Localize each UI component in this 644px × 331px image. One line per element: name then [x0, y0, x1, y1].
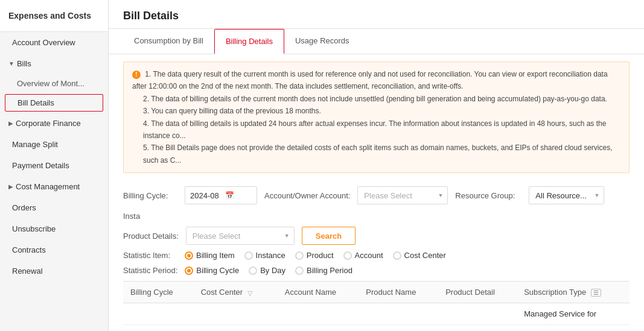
sidebar-item-contracts[interactable]: Contracts: [0, 239, 108, 260]
calendar-icon: 📅: [225, 191, 234, 200]
info-icon: !: [132, 71, 141, 79]
sidebar-item-overview-of-mont[interactable]: Overview of Mont...: [0, 74, 108, 93]
filter-row-1: Billing Cycle: 2024-08 📅 Account/Owner A…: [123, 186, 630, 221]
statistic-period-radio-group: Billing Cycle By Day Billing Period: [185, 266, 352, 275]
table-row: Managed Service for: [123, 303, 630, 325]
resource-group-select[interactable]: All Resource...: [529, 186, 604, 204]
main-content: Bill Details Consumption by Bill Billing…: [109, 0, 644, 331]
tab-usage-records[interactable]: Usage Records: [284, 29, 360, 54]
table-header-row: Billing Cycle Cost Center ▽ Account Name…: [123, 282, 630, 303]
cell-product-name: [359, 303, 438, 325]
cell-billing-cycle: [123, 303, 194, 325]
radio-billing-period[interactable]: Billing Period: [295, 266, 352, 275]
radio-billing-period-circle: [295, 266, 304, 275]
col-subscription-type: Subscription Type ☰: [517, 282, 630, 303]
cost-center-filter-icon[interactable]: ▽: [247, 289, 255, 297]
notice-line-4: 4. The data of billing details is update…: [132, 118, 620, 142]
chevron-right-icon: ▶: [8, 120, 13, 127]
page-title: Bill Details: [123, 10, 630, 22]
chevron-right-icon-2: ▶: [8, 183, 13, 190]
cell-subscription-type: Managed Service for: [517, 303, 630, 325]
resource-group-label: Resource Group:: [455, 191, 521, 200]
tab-consumption-by-bill[interactable]: Consumption by Bill: [123, 29, 214, 54]
table-section: Billing Cycle Cost Center ▽ Account Name…: [123, 281, 630, 331]
radio-billing-cycle-circle: [185, 266, 193, 275]
radio-cost-center-circle: [393, 251, 401, 260]
radio-billing-item-circle: [185, 251, 193, 260]
col-account-name: Account Name: [278, 282, 359, 303]
sidebar-item-payment-details[interactable]: Payment Details: [0, 155, 108, 176]
radio-by-day[interactable]: By Day: [249, 266, 285, 275]
filter-row-statistic-period: Statistic Period: Billing Cycle By Day B…: [123, 266, 630, 275]
account-owner-select[interactable]: Please Select: [357, 186, 448, 204]
subscription-type-filter-icon[interactable]: ☰: [591, 289, 601, 297]
data-table: Billing Cycle Cost Center ▽ Account Name…: [123, 282, 630, 325]
chevron-down-icon: ▼: [8, 60, 14, 67]
filter-row-statistic-item: Statistic Item: Billing Item Instance Pr…: [123, 251, 630, 260]
notice-line-2: 2. The data of billing details of the cu…: [132, 93, 620, 105]
radio-account-circle: [343, 251, 352, 260]
product-details-label: Product Details:: [123, 232, 179, 241]
radio-billing-cycle[interactable]: Billing Cycle: [185, 266, 239, 275]
sidebar-item-unsubscribe[interactable]: Unsubscribe: [0, 218, 108, 239]
main-header: Bill Details: [109, 0, 644, 29]
radio-product-circle: [295, 251, 304, 260]
cell-account-name: [278, 303, 359, 325]
resource-group-select-wrapper: All Resource...: [529, 186, 604, 204]
radio-instance-circle: [244, 251, 253, 260]
radio-by-day-circle: [249, 266, 257, 275]
sidebar-item-account-overview[interactable]: Account Overview: [0, 32, 108, 53]
sidebar-section-cost-management[interactable]: ▶ Cost Management: [0, 176, 108, 197]
radio-cost-center[interactable]: Cost Center: [393, 251, 446, 260]
col-product-detail: Product Detail: [438, 282, 517, 303]
col-cost-center[interactable]: Cost Center ▽: [194, 282, 278, 303]
search-button[interactable]: Search: [302, 227, 355, 245]
radio-account[interactable]: Account: [343, 251, 383, 260]
billing-cycle-label: Billing Cycle:: [123, 191, 177, 200]
sidebar: Expenses and Costs Account Overview ▼ Bi…: [0, 0, 109, 331]
sidebar-item-renewal[interactable]: Renewal: [0, 260, 108, 282]
notice-line-1: ! 1. The data query result of the curren…: [132, 68, 620, 93]
notice-box: ! 1. The data query result of the curren…: [123, 61, 630, 173]
tabs-bar: Consumption by Bill Billing Details Usag…: [109, 29, 644, 54]
sidebar-title: Expenses and Costs: [0, 0, 108, 32]
sidebar-section-bills[interactable]: ▼ Bills: [0, 53, 108, 74]
filter-row-2: Product Details: Please Select Search: [123, 227, 630, 245]
cell-cost-center: [194, 303, 278, 325]
instance-label: Insta: [123, 212, 147, 221]
cell-product-detail: [438, 303, 517, 325]
account-owner-select-wrapper: Please Select: [357, 186, 448, 204]
sidebar-item-manage-split[interactable]: Manage Split: [0, 134, 108, 155]
sidebar-section-corporate-finance[interactable]: ▶ Corporate Finance: [0, 113, 108, 134]
notice-line-5: 5. The Bill Details page does not provid…: [132, 142, 620, 166]
notice-line-3: 3. You can query billing data of the pre…: [132, 105, 620, 117]
statistic-period-label: Statistic Period:: [123, 266, 177, 275]
statistic-item-label: Statistic Item:: [123, 251, 177, 260]
radio-billing-item[interactable]: Billing Item: [185, 251, 235, 260]
col-product-name: Product Name: [359, 282, 438, 303]
billing-cycle-input[interactable]: 2024-08 📅: [185, 186, 257, 204]
sidebar-item-bill-details[interactable]: Bill Details: [5, 94, 103, 112]
statistic-item-radio-group: Billing Item Instance Product Account Co…: [185, 251, 446, 260]
filter-section: Billing Cycle: 2024-08 📅 Account/Owner A…: [109, 180, 644, 281]
col-billing-cycle: Billing Cycle: [123, 282, 194, 303]
product-details-select[interactable]: Please Select: [186, 227, 295, 245]
account-owner-label: Account/Owner Account:: [264, 191, 350, 200]
tab-billing-details[interactable]: Billing Details: [214, 29, 284, 54]
product-details-select-wrapper: Please Select: [186, 227, 295, 245]
radio-product[interactable]: Product: [295, 251, 334, 260]
radio-instance[interactable]: Instance: [244, 251, 285, 260]
sidebar-item-orders[interactable]: Orders: [0, 197, 108, 218]
